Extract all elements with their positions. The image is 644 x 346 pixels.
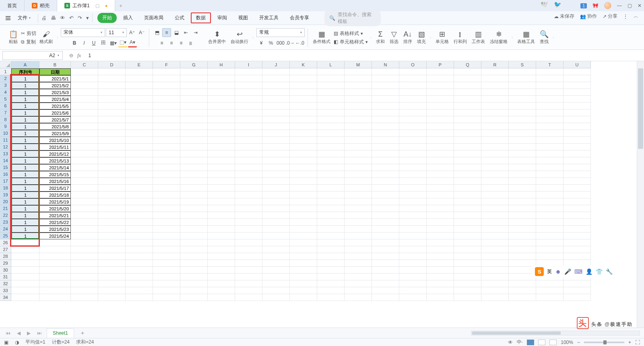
cell[interactable] <box>345 150 372 157</box>
file-menu[interactable]: 文件▾ <box>15 14 33 21</box>
cell[interactable] <box>372 144 399 150</box>
cell[interactable]: 2021/5/6 <box>39 109 71 116</box>
cell[interactable] <box>235 130 262 137</box>
cell[interactable]: 2021/5/7 <box>39 116 71 123</box>
cell[interactable] <box>126 185 153 192</box>
cell[interactable] <box>454 103 481 109</box>
painter-button[interactable]: 🖌格式刷 <box>38 31 54 45</box>
cell[interactable] <box>481 226 509 233</box>
cell[interactable] <box>208 239 235 246</box>
cell[interactable] <box>509 280 536 287</box>
cell[interactable] <box>71 171 98 178</box>
cell[interactable] <box>317 233 345 239</box>
cell[interactable] <box>345 239 372 246</box>
cell[interactable]: 2021/5/15 <box>39 171 71 178</box>
cell[interactable]: 2021/5/2 <box>39 82 71 89</box>
cell[interactable] <box>126 212 153 219</box>
cell[interactable]: 2021/5/21 <box>39 212 71 219</box>
cell[interactable] <box>454 178 481 185</box>
cell[interactable] <box>262 198 290 205</box>
cell[interactable] <box>454 205 481 212</box>
menu-tab-8[interactable]: 会员专享 <box>285 13 314 23</box>
cell[interactable] <box>372 212 399 219</box>
cell[interactable] <box>509 185 536 192</box>
cell[interactable] <box>564 212 591 219</box>
cell[interactable] <box>235 205 262 212</box>
cell[interactable] <box>481 198 509 205</box>
col-header-F[interactable]: F <box>153 61 180 68</box>
cell[interactable] <box>262 274 290 280</box>
cell[interactable] <box>71 68 98 75</box>
bold-button[interactable]: B <box>70 39 79 47</box>
cell[interactable] <box>153 144 180 150</box>
cell[interactable] <box>372 287 399 294</box>
cell[interactable] <box>208 274 235 280</box>
cell[interactable] <box>509 109 536 116</box>
row-header[interactable]: 24 <box>0 226 11 233</box>
cell[interactable] <box>290 219 317 226</box>
cell[interactable] <box>427 226 454 233</box>
view-pagebreak-button[interactable] <box>549 340 557 345</box>
cell[interactable]: 1 <box>11 192 39 198</box>
cell[interactable] <box>235 233 262 239</box>
cell[interactable] <box>126 287 153 294</box>
cell[interactable] <box>208 96 235 103</box>
cell[interactable] <box>208 212 235 219</box>
collab-button[interactable]: 👥 协作 <box>580 13 597 20</box>
tab-daoke[interactable]: D稻壳 <box>25 0 57 11</box>
cell[interactable] <box>290 178 317 185</box>
cell[interactable] <box>536 219 564 226</box>
cell[interactable] <box>372 267 399 274</box>
cell[interactable] <box>345 287 372 294</box>
cell[interactable] <box>180 89 208 96</box>
cell[interactable] <box>180 144 208 150</box>
align-center-button[interactable]: ≡ <box>167 39 176 47</box>
cell[interactable] <box>372 75 399 82</box>
cell[interactable] <box>11 246 39 253</box>
col-header-Q[interactable]: Q <box>454 61 481 68</box>
cell[interactable] <box>317 123 345 130</box>
sheet-nav-next[interactable]: ▶ <box>25 330 32 336</box>
cell[interactable] <box>317 96 345 103</box>
cell[interactable] <box>235 116 262 123</box>
cell[interactable] <box>126 233 153 239</box>
cell[interactable] <box>427 178 454 185</box>
cell[interactable] <box>399 260 427 267</box>
cell[interactable]: 2021/5/1 <box>39 75 71 82</box>
cell[interactable] <box>481 253 509 260</box>
cell[interactable] <box>454 212 481 219</box>
cell[interactable] <box>509 253 536 260</box>
border-button[interactable]: ▦▾ <box>109 39 118 47</box>
cell[interactable] <box>98 171 126 178</box>
col-header-D[interactable]: D <box>98 61 126 68</box>
cell[interactable] <box>399 82 427 89</box>
cell[interactable] <box>262 287 290 294</box>
cell[interactable] <box>126 178 153 185</box>
cell[interactable] <box>71 280 98 287</box>
row-header[interactable]: 11 <box>0 137 11 144</box>
cell[interactable] <box>564 68 591 75</box>
cell[interactable] <box>98 157 126 164</box>
cell[interactable] <box>126 260 153 267</box>
row-header[interactable]: 10 <box>0 130 11 137</box>
cell[interactable] <box>481 164 509 171</box>
cell[interactable]: 1 <box>11 116 39 123</box>
cell[interactable] <box>317 68 345 75</box>
cell[interactable] <box>509 137 536 144</box>
sheet-nav-first[interactable]: ⏮ <box>4 330 12 336</box>
cell[interactable] <box>345 260 372 267</box>
cell[interactable] <box>345 185 372 192</box>
cell[interactable] <box>290 123 317 130</box>
row-header[interactable]: 31 <box>0 274 11 280</box>
size-select[interactable]: 11▾ <box>106 28 127 37</box>
cell[interactable] <box>564 144 591 150</box>
cell[interactable] <box>317 116 345 123</box>
cell[interactable] <box>180 68 208 75</box>
col-header-L[interactable]: L <box>317 61 345 68</box>
cell[interactable] <box>290 171 317 178</box>
cell[interactable] <box>564 280 591 287</box>
cell[interactable]: 2021/5/22 <box>39 219 71 226</box>
cell[interactable] <box>180 130 208 137</box>
cell[interactable] <box>98 274 126 280</box>
cell[interactable] <box>481 274 509 280</box>
